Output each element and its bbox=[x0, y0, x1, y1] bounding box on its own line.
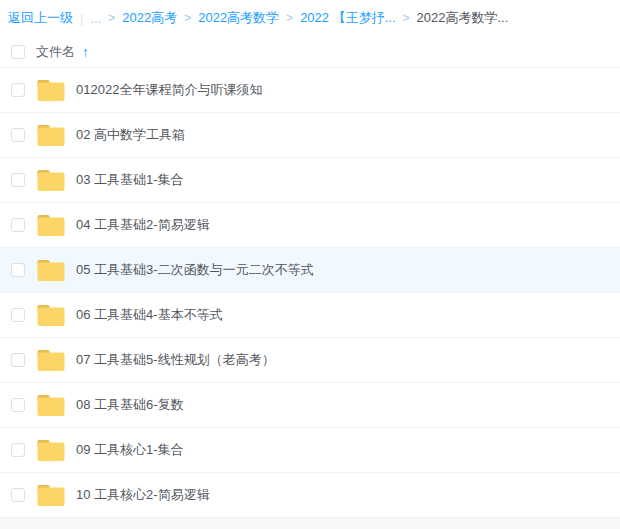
back-to-parent-link[interactable]: 返回上一级 bbox=[8, 9, 73, 27]
file-list: 012022全年课程简介与听课须知 02 高中数学工具箱 03 工具基础1-集合 bbox=[0, 67, 620, 518]
row-checkbox[interactable] bbox=[11, 353, 25, 367]
folder-icon bbox=[37, 305, 65, 326]
file-row[interactable]: 02 高中数学工具箱 bbox=[0, 113, 620, 158]
file-row[interactable]: 08 工具基础6-复数 bbox=[0, 383, 620, 428]
breadcrumb: 返回上一级 | ... > 2022高考 > 2022高考数学 > 2022 【… bbox=[0, 0, 620, 34]
file-name[interactable]: 012022全年课程简介与听课须知 bbox=[76, 81, 262, 99]
file-row[interactable]: 06 工具基础4-基本不等式 bbox=[0, 293, 620, 338]
folder-icon bbox=[37, 485, 65, 506]
breadcrumb-separator: > bbox=[403, 11, 410, 25]
select-all-checkbox[interactable] bbox=[11, 45, 25, 59]
folder-icon bbox=[37, 170, 65, 191]
file-name[interactable]: 06 工具基础4-基本不等式 bbox=[76, 306, 223, 324]
file-row[interactable]: 05 工具基础3-二次函数与一元二次不等式 bbox=[0, 248, 620, 293]
row-checkbox[interactable] bbox=[11, 173, 25, 187]
folder-icon bbox=[37, 260, 65, 281]
breadcrumb-ellipsis[interactable]: ... bbox=[90, 11, 101, 26]
folder-icon bbox=[37, 440, 65, 461]
file-name[interactable]: 03 工具基础1-集合 bbox=[76, 171, 184, 189]
row-checkbox[interactable] bbox=[11, 308, 25, 322]
breadcrumb-item-2022gaokao[interactable]: 2022高考 bbox=[122, 9, 177, 27]
file-name[interactable]: 08 工具基础6-复数 bbox=[76, 396, 184, 414]
breadcrumb-separator: > bbox=[286, 11, 293, 25]
row-checkbox[interactable] bbox=[11, 218, 25, 232]
file-name[interactable]: 05 工具基础3-二次函数与一元二次不等式 bbox=[76, 261, 314, 279]
file-name[interactable]: 04 工具基础2-简易逻辑 bbox=[76, 216, 210, 234]
row-checkbox[interactable] bbox=[11, 488, 25, 502]
breadcrumb-current-folder: 2022高考数学... bbox=[417, 9, 509, 27]
file-manager-page: 返回上一级 | ... > 2022高考 > 2022高考数学 > 2022 【… bbox=[0, 0, 620, 529]
folder-icon bbox=[37, 80, 65, 101]
row-checkbox[interactable] bbox=[11, 83, 25, 97]
row-checkbox[interactable] bbox=[11, 398, 25, 412]
file-row[interactable]: 012022全年课程简介与听课须知 bbox=[0, 68, 620, 113]
file-row[interactable]: 07 工具基础5-线性规划（老高考） bbox=[0, 338, 620, 383]
breadcrumb-separator: > bbox=[108, 11, 115, 25]
list-header: 文件名 ↑ bbox=[0, 37, 620, 67]
bottom-strip bbox=[0, 518, 620, 529]
folder-icon bbox=[37, 215, 65, 236]
row-checkbox[interactable] bbox=[11, 263, 25, 277]
file-row[interactable]: 04 工具基础2-简易逻辑 bbox=[0, 203, 620, 248]
breadcrumb-pipe-divider: | bbox=[80, 11, 83, 26]
breadcrumb-item-wangmengshu[interactable]: 2022 【王梦抒... bbox=[300, 9, 395, 27]
row-checkbox[interactable] bbox=[11, 443, 25, 457]
folder-icon bbox=[37, 395, 65, 416]
row-checkbox[interactable] bbox=[11, 128, 25, 142]
file-row[interactable]: 03 工具基础1-集合 bbox=[0, 158, 620, 203]
file-name[interactable]: 09 工具核心1-集合 bbox=[76, 441, 184, 459]
breadcrumb-item-2022gaokao-math[interactable]: 2022高考数学 bbox=[198, 9, 279, 27]
file-name[interactable]: 02 高中数学工具箱 bbox=[76, 126, 185, 144]
folder-icon bbox=[37, 125, 65, 146]
breadcrumb-separator: > bbox=[184, 11, 191, 25]
file-row[interactable]: 10 工具核心2-简易逻辑 bbox=[0, 473, 620, 518]
file-name[interactable]: 10 工具核心2-简易逻辑 bbox=[76, 486, 210, 504]
file-row[interactable]: 09 工具核心1-集合 bbox=[0, 428, 620, 473]
filename-column-header[interactable]: 文件名 bbox=[36, 43, 75, 61]
sort-ascending-icon[interactable]: ↑ bbox=[82, 44, 89, 60]
folder-icon bbox=[37, 350, 65, 371]
file-name[interactable]: 07 工具基础5-线性规划（老高考） bbox=[76, 351, 275, 369]
